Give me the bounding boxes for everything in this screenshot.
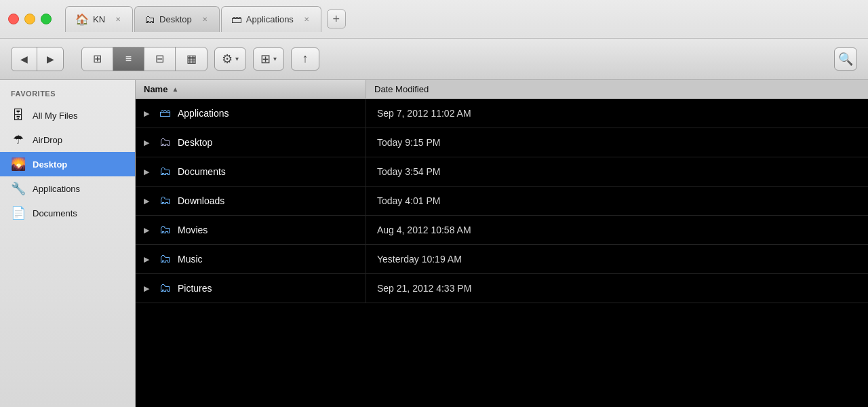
expand-icon: ▶ [144, 197, 152, 206]
folder-icon-applications: 🗃 [157, 106, 172, 121]
arrange-dropdown-arrow: ▾ [273, 55, 277, 62]
file-date-downloads: Today 4:01 PM [366, 189, 868, 213]
file-header: Name ▲ Date Modified [136, 80, 868, 99]
table-row[interactable]: ▶ 🗂 Downloads Today 4:01 PM [136, 187, 868, 216]
file-date-documents: Today 3:54 PM [366, 159, 868, 184]
tab-applications-icon: 🗃 [231, 14, 242, 26]
column-date-header[interactable]: Date Modified [366, 80, 868, 98]
main-content: FAVORITES 🗄 All My Files ☂ AirDrop 🌄 Des… [0, 80, 868, 407]
tab-kn-close[interactable]: ✕ [113, 15, 123, 24]
table-row[interactable]: ▶ 🗃 Applications Sep 7, 2012 11:02 AM [136, 99, 868, 128]
cover-view-icon: ▦ [186, 52, 197, 65]
file-date-music: Yesterday 10:19 AM [366, 247, 868, 271]
expand-icon: ▶ [144, 109, 152, 118]
table-row[interactable]: ▶ 🗂 Pictures Sep 21, 2012 4:33 PM [136, 274, 868, 303]
view-list-button[interactable]: ≡ [113, 47, 144, 71]
desktop-icon: 🌄 [11, 157, 26, 172]
sidebar-item-desktop[interactable]: 🌄 Desktop [0, 152, 135, 176]
icon-view-icon: ⊞ [93, 52, 102, 65]
file-cell-name-pictures: ▶ 🗂 Pictures [136, 274, 366, 303]
sidebar-item-all-my-files[interactable]: 🗄 All My Files [0, 103, 135, 128]
view-buttons: ⊞ ≡ ⊟ ▦ [81, 47, 208, 71]
expand-icon: ▶ [144, 284, 152, 293]
forward-button[interactable]: ▶ [37, 47, 63, 71]
file-name-pictures: Pictures [178, 283, 212, 294]
gear-icon: ⚙ [222, 52, 233, 66]
file-area: Name ▲ Date Modified ▶ 🗃 Applications Se… [136, 80, 868, 407]
sidebar-item-applications-label: Applications [33, 184, 80, 194]
favorites-label: FAVORITES [0, 90, 135, 103]
close-button[interactable] [8, 14, 19, 24]
file-list: ▶ 🗃 Applications Sep 7, 2012 11:02 AM ▶ … [136, 99, 868, 407]
documents-icon: 📄 [11, 206, 26, 220]
file-cell-name-downloads: ▶ 🗂 Downloads [136, 187, 366, 215]
tab-kn-label: KN [93, 14, 105, 24]
tab-kn[interactable]: 🏠 KN ✕ [65, 6, 133, 32]
expand-icon: ▶ [144, 138, 152, 147]
sidebar: FAVORITES 🗄 All My Files ☂ AirDrop 🌄 Des… [0, 80, 136, 407]
sidebar-item-desktop-label: Desktop [33, 159, 67, 170]
folder-icon-music: 🗂 [157, 252, 172, 267]
column-name-label: Name [144, 84, 167, 94]
table-row[interactable]: ▶ 🗂 Documents Today 3:54 PM [136, 157, 868, 187]
back-button[interactable]: ◀ [12, 47, 37, 71]
column-view-icon: ⊟ [155, 52, 164, 65]
table-row[interactable]: ▶ 🗂 Music Yesterday 10:19 AM [136, 245, 868, 274]
file-cell-name-movies: ▶ 🗂 Movies [136, 216, 366, 244]
sidebar-item-airdrop[interactable]: ☂ AirDrop [0, 128, 135, 152]
sidebar-item-applications[interactable]: 🔧 Applications [0, 176, 135, 201]
file-cell-name-desktop: ▶ 🗂 Desktop [136, 128, 366, 157]
column-name-header[interactable]: Name ▲ [136, 80, 366, 98]
tab-applications-close[interactable]: ✕ [302, 15, 311, 24]
airdrop-icon: ☂ [11, 132, 26, 147]
file-cell-name-applications: ▶ 🗃 Applications [136, 99, 366, 128]
table-row[interactable]: ▶ 🗂 Desktop Today 9:15 PM [136, 128, 868, 157]
folder-icon-pictures: 🗂 [157, 281, 172, 296]
tabs-row: 🏠 KN ✕ 🗂 Desktop ✕ 🗃 Applications ✕ + [0, 0, 868, 38]
view-icon-button[interactable]: ⊞ [82, 47, 113, 71]
folder-icon-downloads: 🗂 [157, 193, 172, 208]
expand-icon: ▶ [144, 226, 152, 235]
file-name-downloads: Downloads [178, 195, 224, 206]
traffic-lights [8, 14, 52, 24]
file-name-movies: Movies [178, 225, 208, 235]
search-button[interactable]: 🔍 [834, 47, 857, 71]
minimize-button[interactable] [24, 14, 35, 24]
nav-buttons: ◀ ▶ [11, 47, 64, 71]
add-tab-button[interactable]: + [327, 9, 346, 28]
file-date-desktop: Today 9:15 PM [366, 130, 868, 155]
column-date-label: Date Modified [374, 84, 429, 94]
file-cell-name-documents: ▶ 🗂 Documents [136, 157, 366, 186]
share-button[interactable]: ↑ [291, 47, 319, 71]
tab-applications[interactable]: 🗃 Applications ✕ [221, 6, 321, 32]
search-icon: 🔍 [838, 52, 853, 66]
tab-applications-label: Applications [246, 14, 294, 24]
back-icon: ◀ [20, 54, 28, 64]
view-cover-button[interactable]: ▦ [176, 47, 207, 71]
sort-arrow-icon: ▲ [172, 85, 178, 93]
folder-icon-documents: 🗂 [157, 164, 172, 179]
fullscreen-button[interactable] [41, 14, 52, 24]
file-cell-name-music: ▶ 🗂 Music [136, 245, 366, 273]
sidebar-item-documents[interactable]: 📄 Documents [0, 201, 135, 225]
title-bar: 🏠 KN ✕ 🗂 Desktop ✕ 🗃 Applications ✕ + ◀ … [0, 0, 868, 80]
action-button[interactable]: ⚙ ▾ [214, 47, 246, 71]
sidebar-item-airdrop-label: AirDrop [33, 135, 62, 145]
tab-desktop[interactable]: 🗂 Desktop ✕ [134, 6, 220, 32]
tab-desktop-close[interactable]: ✕ [200, 15, 210, 24]
expand-icon: ▶ [144, 168, 152, 176]
file-name-desktop: Desktop [178, 137, 212, 148]
share-icon: ↑ [302, 52, 309, 66]
expand-icon: ▶ [144, 255, 152, 264]
sidebar-item-documents-label: Documents [33, 208, 77, 218]
file-name-music: Music [178, 254, 203, 265]
table-row[interactable]: ▶ 🗂 Movies Aug 4, 2012 10:58 AM [136, 216, 868, 245]
tab-desktop-icon: 🗂 [144, 14, 155, 26]
arrange-button[interactable]: ⊞ ▾ [253, 47, 284, 71]
view-column-button[interactable]: ⊟ [144, 47, 176, 71]
folder-icon-movies: 🗂 [157, 222, 172, 237]
file-date-applications: Sep 7, 2012 11:02 AM [366, 101, 868, 125]
file-name-documents: Documents [178, 166, 226, 177]
toolbar: ◀ ▶ ⊞ ≡ ⊟ ▦ ⚙ ▾ ⊞ ▾ [0, 38, 868, 79]
arrange-icon: ⊞ [260, 52, 271, 66]
